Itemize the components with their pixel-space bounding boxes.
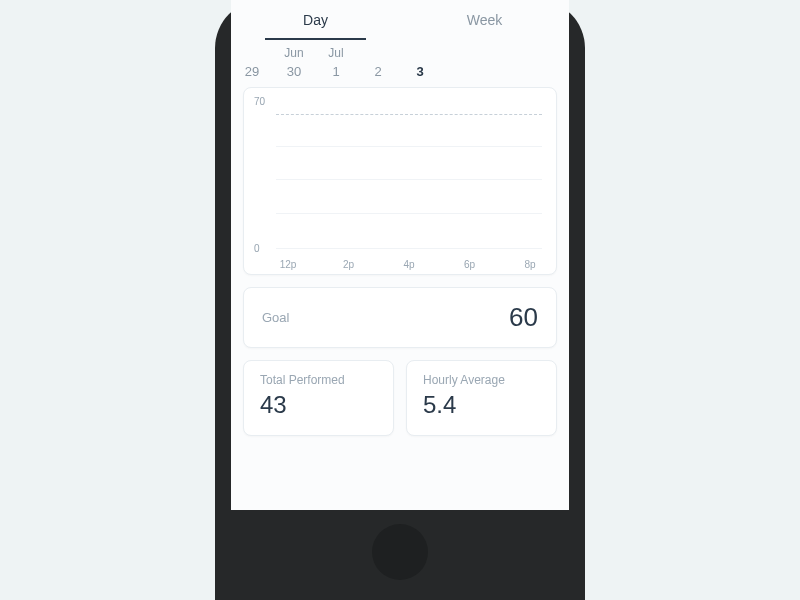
day-row: 29 30 1 2 3: [231, 60, 569, 87]
x-tick: 4p: [397, 259, 421, 270]
stats-row: Total Performed 43 Hourly Average 5.4: [243, 360, 557, 436]
goal-gridline: [276, 114, 542, 115]
goal-value: 60: [509, 302, 538, 333]
gridline: [276, 248, 542, 249]
total-performed-value: 43: [260, 391, 377, 419]
x-tick: 2p: [337, 259, 361, 270]
day-3[interactable]: 3: [399, 64, 441, 79]
gridline: [276, 146, 542, 147]
screen: Day Week Jun Jul 29 30 1 2 3 70 0: [231, 0, 569, 510]
total-performed-label: Total Performed: [260, 373, 377, 387]
home-button[interactable]: [372, 524, 428, 580]
chart-card: 70 0 12p 2p 4p 6p 8p: [243, 87, 557, 275]
activity-chart: 70 0 12p 2p 4p 6p 8p: [258, 98, 542, 268]
gridline: [276, 179, 542, 180]
hourly-average-value: 5.4: [423, 391, 540, 419]
view-tabs: Day Week: [231, 0, 569, 40]
hourly-average-card: Hourly Average 5.4: [406, 360, 557, 436]
month-label: [357, 46, 399, 60]
y-axis-max: 70: [254, 96, 265, 107]
goal-label: Goal: [262, 310, 289, 325]
tab-week[interactable]: Week: [400, 0, 569, 40]
total-performed-card: Total Performed 43: [243, 360, 394, 436]
goal-card[interactable]: Goal 60: [243, 287, 557, 348]
day-29[interactable]: 29: [231, 64, 273, 79]
month-label: [231, 46, 273, 60]
gridline: [276, 213, 542, 214]
day-2[interactable]: 2: [357, 64, 399, 79]
x-axis-ticks: 12p 2p 4p 6p 8p: [276, 259, 542, 270]
day-1[interactable]: 1: [315, 64, 357, 79]
x-tick: 8p: [518, 259, 542, 270]
x-tick: 12p: [276, 259, 300, 270]
x-tick: 6p: [458, 259, 482, 270]
phone-frame: Day Week Jun Jul 29 30 1 2 3 70 0: [215, 0, 585, 600]
plot-area: [276, 102, 542, 248]
month-label: Jul: [315, 46, 357, 60]
day-30[interactable]: 30: [273, 64, 315, 79]
month-row: Jun Jul: [231, 40, 569, 60]
hourly-average-label: Hourly Average: [423, 373, 540, 387]
y-axis-min: 0: [254, 243, 260, 254]
month-label: Jun: [273, 46, 315, 60]
month-label: [399, 46, 441, 60]
tab-day[interactable]: Day: [231, 0, 400, 40]
